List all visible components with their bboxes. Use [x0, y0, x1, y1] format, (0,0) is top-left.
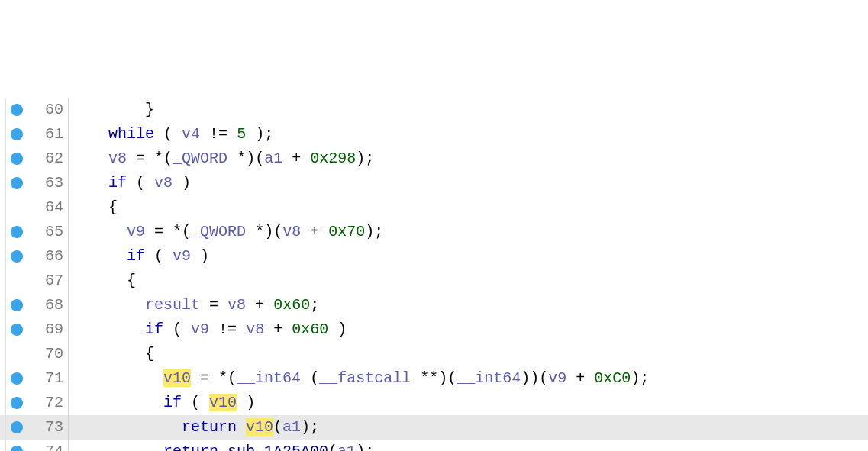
breakpoint-icon[interactable]: [11, 372, 23, 385]
code-line[interactable]: 73 return v10(a1);: [0, 415, 868, 440]
token-punc: ;: [310, 296, 319, 314]
token-punc: (: [310, 369, 319, 387]
code-content[interactable]: {: [69, 195, 118, 220]
token-plain: [145, 223, 154, 240]
token-punc: *(: [154, 150, 173, 167]
code-content[interactable]: if ( v8 ): [69, 171, 191, 195]
gutter[interactable]: 72: [0, 391, 69, 415]
code-content[interactable]: v8 = *(_QWORD *)(a1 + 0x298);: [69, 147, 374, 171]
code-line[interactable]: 60 }: [0, 98, 868, 122]
token-type: _QWORD: [173, 150, 227, 167]
token-plain: [218, 296, 227, 314]
code-line[interactable]: 64 {: [0, 195, 868, 220]
code-line[interactable]: 71 v10 = *(__int64 (__fastcall **)(__int…: [0, 366, 868, 391]
token-plain: [173, 125, 182, 143]
token-hlvar: v10: [163, 369, 191, 387]
token-var: v8: [154, 174, 173, 192]
code-line[interactable]: 69 if ( v9 != v8 + 0x60 ): [0, 317, 868, 342]
code-line[interactable]: 74 return sub_1A25A00(a1);: [0, 440, 868, 451]
token-plain: [264, 321, 273, 338]
token-plain: [227, 150, 237, 167]
token-punc: +: [255, 296, 264, 314]
code-content[interactable]: if ( v10 ): [69, 391, 255, 415]
code-line[interactable]: 62 v8 = *(_QWORD *)(a1 + 0x298);: [0, 147, 868, 171]
code-content[interactable]: if ( v9 != v8 + 0x60 ): [69, 317, 347, 342]
line-number: 67: [23, 269, 63, 293]
code-content[interactable]: while ( v4 != 5 );: [69, 122, 273, 147]
gutter[interactable]: 74: [0, 440, 69, 451]
breakpoint-icon[interactable]: [11, 324, 23, 336]
token-num: 5: [237, 125, 246, 143]
code-content[interactable]: v9 = *(_QWORD *)(v8 + 0x70);: [69, 220, 383, 244]
line-number: 69: [23, 317, 63, 342]
gutter[interactable]: 64: [0, 195, 69, 220]
token-hlvar: v10: [209, 394, 237, 411]
token-punc: );: [255, 125, 273, 143]
code-content[interactable]: result = v8 + 0x60;: [69, 293, 319, 317]
gutter[interactable]: 68: [0, 293, 69, 317]
gutter-bar: [0, 171, 6, 195]
gutter[interactable]: 60: [0, 98, 69, 122]
code-content[interactable]: return sub_1A25A00(a1);: [69, 440, 374, 451]
gutter-bar: [0, 366, 6, 391]
gutter[interactable]: 62: [0, 147, 69, 171]
token-kw: return: [163, 443, 218, 451]
token-num: 0x298: [310, 150, 356, 167]
code-content[interactable]: v10 = *(__int64 (__fastcall **)(__int64)…: [69, 366, 649, 391]
gutter[interactable]: 63: [0, 171, 69, 195]
gutter[interactable]: 69: [0, 317, 69, 342]
token-plain: [145, 150, 154, 167]
code-line[interactable]: 63 if ( v8 ): [0, 171, 868, 195]
token-punc: ))(: [521, 369, 548, 387]
token-plain: [585, 369, 594, 387]
gutter[interactable]: 71: [0, 366, 69, 391]
breakpoint-icon[interactable]: [11, 128, 23, 140]
token-punc: );: [356, 443, 374, 451]
token-punc: }: [145, 101, 154, 118]
token-plain: [191, 247, 200, 265]
code-content[interactable]: if ( v9 ): [69, 244, 209, 269]
code-line[interactable]: 61 while ( v4 != 5 );: [0, 122, 868, 147]
code-line[interactable]: 66 if ( v9 ): [0, 244, 868, 269]
token-punc: ): [182, 174, 191, 192]
token-kw: if: [163, 394, 182, 411]
breakpoint-icon[interactable]: [11, 397, 23, 409]
gutter[interactable]: 73: [0, 415, 69, 440]
code-line[interactable]: 72 if ( v10 ): [0, 391, 868, 415]
line-number: 61: [23, 122, 63, 147]
code-content[interactable]: }: [69, 98, 154, 122]
code-content[interactable]: {: [69, 269, 136, 293]
code-line[interactable]: 68 result = v8 + 0x60;: [0, 293, 868, 317]
gutter[interactable]: 61: [0, 122, 69, 147]
token-num: 0xC0: [594, 369, 631, 387]
token-plain: [127, 150, 136, 167]
token-plain: [328, 321, 337, 338]
token-punc: (: [154, 247, 163, 265]
token-punc: +: [576, 369, 585, 387]
breakpoint-icon[interactable]: [11, 226, 23, 238]
gutter[interactable]: 65: [0, 220, 69, 244]
code-line[interactable]: 65 v9 = *(_QWORD *)(v8 + 0x70);: [0, 220, 868, 244]
breakpoint-icon[interactable]: [11, 104, 23, 116]
code-content[interactable]: return v10(a1);: [69, 415, 319, 440]
code-content[interactable]: {: [69, 342, 154, 366]
breakpoint-icon[interactable]: [11, 177, 23, 189]
breakpoint-icon[interactable]: [11, 153, 23, 165]
breakpoint-icon[interactable]: [11, 446, 23, 451]
token-plain: [72, 125, 108, 143]
gutter-bar: [0, 269, 6, 293]
code-line[interactable]: 67 {: [0, 269, 868, 293]
breakpoint-icon[interactable]: [11, 421, 23, 433]
breakpoint-icon[interactable]: [11, 250, 23, 263]
breakpoint-icon[interactable]: [11, 299, 23, 311]
code-line[interactable]: 70 {: [0, 342, 868, 366]
token-punc: );: [365, 223, 383, 240]
gutter-bar: [0, 293, 6, 317]
gutter[interactable]: 67: [0, 269, 69, 293]
token-plain: [163, 247, 173, 265]
gutter[interactable]: 66: [0, 244, 69, 269]
token-punc: **)(: [420, 369, 457, 387]
gutter[interactable]: 70: [0, 342, 69, 366]
token-punc: (: [191, 394, 200, 411]
line-number: 72: [23, 391, 63, 415]
